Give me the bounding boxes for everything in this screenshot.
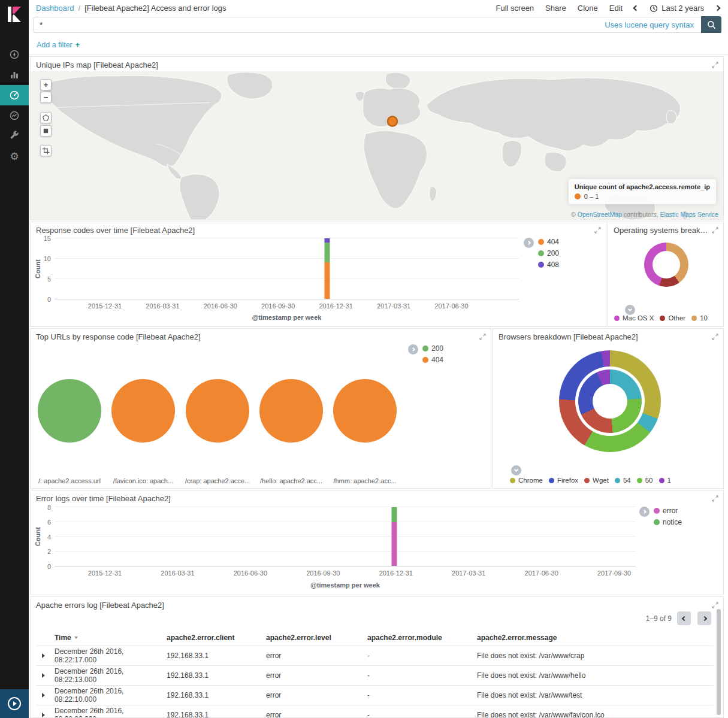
collapse-nav-button[interactable] xyxy=(0,689,29,718)
expand-row-icon[interactable] xyxy=(42,673,45,678)
clone-button[interactable]: Clone xyxy=(578,4,598,13)
map-legend: Unique count of apache2.access.remote_ip… xyxy=(569,179,716,204)
zoom-in-button[interactable]: + xyxy=(40,79,52,90)
sidebar-item-dashboard[interactable] xyxy=(0,85,29,105)
elastic-maps-service-link[interactable]: Elastic Maps Service xyxy=(660,211,718,218)
pie-url-hello[interactable] xyxy=(259,379,323,443)
stacked-bar[interactable] xyxy=(391,507,397,566)
search-button[interactable] xyxy=(701,16,721,34)
zoom-out-button: − xyxy=(40,92,52,103)
legend-item[interactable]: 200 xyxy=(538,249,559,257)
bar-segment[interactable] xyxy=(324,238,330,243)
donut-ring[interactable] xyxy=(644,243,688,287)
column-header-client[interactable]: apache2.error.client xyxy=(167,634,266,642)
donut-hole xyxy=(593,384,627,419)
column-header-module[interactable]: apache2.error.module xyxy=(367,634,477,642)
previous-page-button[interactable] xyxy=(677,611,691,625)
panel-top-urls: Top URLs by response code [Filebeat Apac… xyxy=(30,328,491,489)
legend-item[interactable]: Mac OS X xyxy=(614,314,654,322)
time-forward-icon[interactable] xyxy=(715,5,721,11)
openstreetmap-link[interactable]: OpenStreetMap xyxy=(578,211,622,218)
search-input[interactable] xyxy=(34,20,605,29)
scrollbar-thumb[interactable] xyxy=(717,609,721,715)
expand-panel-icon[interactable] xyxy=(712,227,718,234)
time-back-icon[interactable] xyxy=(633,5,639,11)
stacked-bar[interactable] xyxy=(324,238,330,299)
pie-url-crap[interactable] xyxy=(186,379,249,443)
add-filter-plus-icon[interactable]: + xyxy=(75,41,80,49)
legend-item[interactable]: 1 xyxy=(659,477,671,484)
breadcrumb-dashboard-link[interactable]: Dashboard xyxy=(36,4,74,13)
panel-header: Response codes over time [Filebeat Apach… xyxy=(31,222,606,237)
x-tick-label: 2016-06-30 xyxy=(204,302,237,310)
legend-item[interactable]: error xyxy=(654,507,682,515)
expand-panel-icon[interactable] xyxy=(712,334,718,340)
add-filter-link[interactable]: Add a filter xyxy=(37,41,73,49)
bar-segment[interactable] xyxy=(324,262,330,299)
panel-title: Unique IPs map [Filebeat Apache2] xyxy=(36,60,708,69)
map-canvas[interactable]: + − Unique count of apache2.access.remot… xyxy=(31,71,723,220)
legend-collapse-icon[interactable] xyxy=(408,344,418,355)
legend-collapse-icon[interactable] xyxy=(625,305,635,315)
legend-item[interactable]: 408 xyxy=(538,260,559,269)
legend-item[interactable]: Other xyxy=(660,314,685,322)
legend-item[interactable]: 200 xyxy=(422,344,443,353)
time-picker-button[interactable]: Last 2 years xyxy=(650,4,704,13)
expand-row-icon[interactable] xyxy=(42,653,45,658)
legend-item[interactable]: Wget xyxy=(584,477,609,484)
column-header-level[interactable]: apache2.error.level xyxy=(266,634,367,642)
edit-button[interactable]: Edit xyxy=(609,4,623,13)
sidebar-item-discover[interactable] xyxy=(0,44,29,65)
lucene-syntax-link[interactable]: Uses lucene query syntax xyxy=(605,20,694,29)
rectangle-tool-button[interactable] xyxy=(40,125,52,137)
pie-url-root[interactable] xyxy=(38,379,101,443)
pie-url-hmm[interactable] xyxy=(333,379,397,443)
cell-time: December 26th 2016, 08:22:10.000 xyxy=(55,687,167,704)
panel-title: Top URLs by response code [Filebeat Apac… xyxy=(36,332,476,341)
chart-legend: Chrome Firefox Wget 54 50 1 xyxy=(510,477,671,484)
legend-item[interactable]: Chrome xyxy=(510,477,543,484)
gridline xyxy=(55,278,519,278)
sidebar-item-dev-tools[interactable] xyxy=(0,126,29,146)
panel-header: Operating systems breakd... xyxy=(608,222,723,237)
expand-panel-icon[interactable] xyxy=(479,334,486,340)
legend-label: Firefox xyxy=(557,477,578,484)
legend-item[interactable]: 50 xyxy=(637,477,653,484)
column-header-time[interactable]: Time xyxy=(55,634,167,642)
global-nav: ⚙ xyxy=(0,0,29,718)
expand-panel-icon[interactable] xyxy=(712,602,718,608)
legend-collapse-icon[interactable] xyxy=(511,465,521,475)
polygon-tool-button[interactable] xyxy=(40,112,52,123)
kibana-logo[interactable] xyxy=(0,0,29,29)
share-button[interactable]: Share xyxy=(545,4,566,13)
sidebar-item-timelion[interactable] xyxy=(0,105,29,126)
legend-item[interactable]: 404 xyxy=(422,356,443,364)
expand-panel-icon[interactable] xyxy=(712,62,718,68)
expand-row-icon[interactable] xyxy=(42,713,45,717)
expand-row-icon[interactable] xyxy=(42,693,45,698)
legend-item[interactable]: 54 xyxy=(615,477,631,484)
chart-legend: error notice xyxy=(639,507,682,526)
legend-item[interactable]: notice xyxy=(654,518,682,526)
cell-client: 192.168.33.1 xyxy=(167,652,266,660)
next-page-button[interactable] xyxy=(697,611,711,625)
legend-collapse-icon[interactable] xyxy=(639,507,650,517)
expand-panel-icon[interactable] xyxy=(712,495,718,502)
donut-ring[interactable] xyxy=(578,369,642,433)
crop-tool-button[interactable] xyxy=(40,145,52,156)
legend-item[interactable]: Firefox xyxy=(549,477,578,484)
legend-item[interactable]: 404 xyxy=(538,238,559,246)
legend-item[interactable]: 10 xyxy=(691,314,708,322)
expand-panel-icon[interactable] xyxy=(594,227,601,234)
chart-legend: Mac OS X Other 10 xyxy=(614,314,708,322)
ip-marker[interactable] xyxy=(388,117,397,126)
bar-segment[interactable] xyxy=(391,507,397,522)
sidebar-item-visualize[interactable] xyxy=(0,65,29,85)
bar-segment[interactable] xyxy=(391,522,397,566)
legend-collapse-icon[interactable] xyxy=(524,238,534,248)
sidebar-item-management[interactable]: ⚙ xyxy=(0,146,29,166)
full-screen-button[interactable]: Full screen xyxy=(496,4,534,13)
pie-url-favicon[interactable] xyxy=(111,379,175,443)
column-header-message[interactable]: apache2.error.message xyxy=(477,634,714,642)
bar-segment[interactable] xyxy=(324,243,330,263)
